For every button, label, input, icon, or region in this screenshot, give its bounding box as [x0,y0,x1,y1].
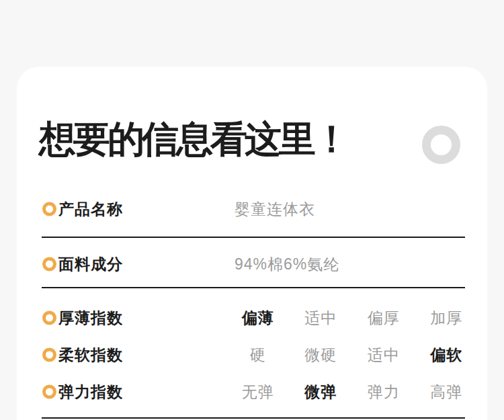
row-label: 弹力指数 [58,382,123,403]
option-cell: 偏厚 [352,308,415,329]
row-label: 面料成分 [58,254,123,275]
bullet-ring-icon [42,202,56,216]
option-cell: 偏软 [415,345,478,366]
divider [42,287,465,288]
index-row-thickness: 厚薄指数 偏薄 适中 偏厚 加厚 [17,306,487,329]
option-cell: 加厚 [415,308,478,329]
card-title: 想要的信息看这里！ [39,120,347,159]
option-cell: 微弹 [290,382,353,403]
bullet-ring-icon [42,348,56,362]
row-label: 产品名称 [58,199,123,220]
divider [42,417,465,419]
product-info-card: 想要的信息看这里！ 产品名称 婴童连体衣 面料成分 94%棉6%氨纶 厚薄指数 … [17,67,487,420]
index-row-elasticity: 弹力指数 无弹 微弹 弹力 高弹 [17,380,487,403]
option-cell: 高弹 [415,382,478,403]
info-row-fabric: 面料成分 94%棉6%氨纶 [17,253,487,276]
option-cell: 弹力 [352,382,415,403]
bullet-ring-icon [42,311,56,325]
option-cell: 硬 [226,345,290,366]
option-scale: 硬 微硬 适中 偏软 [226,343,478,366]
row-label: 厚薄指数 [58,308,123,329]
bullet-ring-icon [42,257,56,271]
option-cell: 无弹 [226,382,290,403]
option-cell: 微硬 [290,345,353,366]
option-cell: 偏薄 [226,308,290,329]
option-scale: 无弹 微弹 弹力 高弹 [226,380,478,403]
index-row-softness: 柔软指数 硬 微硬 适中 偏软 [17,343,487,366]
row-label: 柔软指数 [58,345,123,366]
info-row-product-name: 产品名称 婴童连体衣 [17,198,487,220]
divider [42,237,465,238]
donut-ring-icon [422,126,460,164]
option-scale: 偏薄 适中 偏厚 加厚 [226,306,478,329]
option-cell: 适中 [352,345,415,366]
option-cell: 适中 [290,308,353,329]
page-background: 想要的信息看这里！ 产品名称 婴童连体衣 面料成分 94%棉6%氨纶 厚薄指数 … [0,0,504,420]
bullet-ring-icon [42,385,56,399]
row-value: 94%棉6%氨纶 [235,254,339,275]
row-value: 婴童连体衣 [235,199,315,220]
